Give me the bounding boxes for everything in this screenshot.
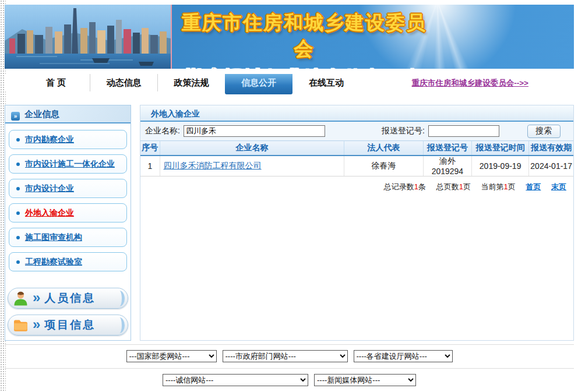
site-title: 重庆市住房和城乡建设委员会 <box>172 10 436 62</box>
news-media-sites-select[interactable]: ----新闻媒体网站--- <box>314 374 416 386</box>
arrow-badge-icon: » <box>11 112 20 121</box>
total-records: 总记录数1条 <box>384 182 426 191</box>
cell-reg-no: 渝外2019294 <box>423 156 471 176</box>
provincial-construction-sites-select[interactable]: ----各省建设厅网站--- <box>354 350 453 362</box>
person-icon <box>13 291 29 306</box>
tab-info-disclosure[interactable]: 信息公开 <box>225 74 292 94</box>
folder-icon <box>13 318 29 333</box>
total-records-count: 1 <box>414 182 418 191</box>
sidebar-title: 企业信息 <box>24 109 59 119</box>
sidebar-item-survey-laboratories[interactable]: 工程勘察试验室 <box>9 252 127 271</box>
site-banner: 重庆市住房和城乡建设委员会 勘察设计行业综合信息平台 <box>5 5 574 69</box>
credit-sites-select[interactable]: ----诚信网站--- <box>163 374 308 386</box>
col-header-legal-rep: 法人代表 <box>344 141 423 156</box>
content-area: »企业信息 市内勘察企业 市内设计施工一体化企业 市内设计企业 外地入渝企业 <box>5 105 574 341</box>
current-page-number: 1 <box>504 182 508 191</box>
sidebar-item-label: 施工图审查机构 <box>25 232 82 243</box>
sidebar-item-label: 外地入渝企业 <box>25 208 74 218</box>
first-page-link[interactable]: 首页 <box>526 182 541 191</box>
table-row: 1 四川多禾消防工程有限公司 徐春海 渝外2019294 2019-09-19 … <box>140 156 573 176</box>
personnel-info-label: 人员信息 <box>44 291 96 306</box>
cell-company: 四川多禾消防工程有限公司 <box>160 156 344 176</box>
sidebar-item-label: 市内设计企业 <box>25 183 74 194</box>
bullet-icon <box>16 187 20 190</box>
section-title: 外地入渝企业 <box>140 105 573 122</box>
pagination: 总记录数1条 总页数1页 当前第1页 首页 末页 <box>140 176 573 192</box>
tab-news[interactable]: 动态信息 <box>90 74 157 91</box>
footer-links-row-1: ---国家部委网站--- ----市政府部门网站--- ----各省建设厅网站-… <box>5 344 574 368</box>
col-header-reg-no: 报送登记号 <box>423 141 471 156</box>
col-header-seq: 序号 <box>140 141 160 156</box>
results-table: 序号 企业名称 法人代表 报送登记号 报送登记时间 报送有效期 1 四川多禾消防… <box>140 140 573 176</box>
total-pages: 总页数1页 <box>436 182 471 191</box>
cell-reg-date: 2019-09-19 <box>472 156 529 176</box>
current-page: 当前第1页 <box>481 182 516 191</box>
col-header-valid-until: 报送有效期 <box>529 141 573 156</box>
crescent-decoration <box>114 317 125 333</box>
project-info-label: 项目信息 <box>44 317 96 333</box>
main-nav: 首 页 动态信息 政策法规 信息公开 在线互动 重庆市住房和城乡建设委员会-->… <box>5 74 574 91</box>
cell-seq: 1 <box>140 156 160 176</box>
project-info-button[interactable]: » 项目信息 <box>8 315 128 336</box>
double-chevron-icon: » <box>33 316 40 333</box>
platform-title: 勘察设计行业综合信息平台 <box>172 66 436 69</box>
total-pages-count: 1 <box>459 182 463 191</box>
sidebar-item-label: 工程勘察试验室 <box>25 257 82 267</box>
footer-links-row-2: ----诚信网站--- ----新闻媒体网站--- <box>5 368 574 392</box>
page: 重庆市住房和城乡建设委员会 勘察设计行业综合信息平台 首 页 动态信息 政策法规… <box>5 0 574 392</box>
main-panel: 外地入渝企业 企业名称: 报送登记号: 搜索 序号 企业名称 法人代表 报送登记… <box>140 105 574 341</box>
bullet-icon <box>16 163 20 166</box>
tab-home[interactable]: 首 页 <box>22 74 90 91</box>
company-name-label: 企业名称: <box>145 126 180 136</box>
bullet-icon <box>16 236 20 239</box>
sidebar-enterprise-info: »企业信息 市内勘察企业 市内设计施工一体化企业 市内设计企业 外地入渝企业 <box>5 105 131 341</box>
personnel-info-button[interactable]: » 人员信息 <box>8 288 128 309</box>
bullet-icon <box>16 211 20 215</box>
committee-site-link[interactable]: 重庆市住房和城乡建设委员会-->> <box>412 78 528 89</box>
sidebar-item-drawing-review-agencies[interactable]: 施工图审查机构 <box>9 228 127 247</box>
bullet-icon <box>16 260 20 264</box>
col-header-company: 企业名称 <box>160 141 344 156</box>
national-ministry-sites-select[interactable]: ---国家部委网站--- <box>126 350 217 362</box>
reg-no-label: 报送登记号: <box>382 126 425 136</box>
cell-legal-rep: 徐春海 <box>344 156 423 176</box>
double-chevron-icon: » <box>33 289 40 306</box>
tab-policies[interactable]: 政策法规 <box>157 74 225 91</box>
tab-online-interaction[interactable]: 在线互动 <box>292 74 360 91</box>
sidebar-item-city-survey-enterprises[interactable]: 市内勘察企业 <box>9 130 127 149</box>
banner-titles: 重庆市住房和城乡建设委员会 勘察设计行业综合信息平台 <box>172 5 436 69</box>
sidebar-items: 市内勘察企业 市内设计施工一体化企业 市内设计企业 外地入渝企业 施工图审查机构 <box>5 123 131 271</box>
table-header-row: 序号 企业名称 法人代表 报送登记号 报送登记时间 报送有效期 <box>140 141 573 156</box>
company-name-input[interactable] <box>184 125 325 137</box>
city-government-sites-select[interactable]: ----市政府部门网站--- <box>223 350 348 362</box>
sidebar-item-design-build-enterprises[interactable]: 市内设计施工一体化企业 <box>9 154 127 174</box>
crescent-decoration <box>114 291 125 306</box>
bullet-icon <box>16 138 20 142</box>
sidebar-item-city-design-enterprises[interactable]: 市内设计企业 <box>9 179 127 198</box>
search-button[interactable]: 搜索 <box>527 125 561 138</box>
last-page-link[interactable]: 末页 <box>551 182 566 191</box>
sidebar-header: »企业信息 <box>5 105 131 123</box>
search-form: 企业名称: 报送登记号: 搜索 <box>140 122 573 140</box>
sidebar-item-label: 市内设计施工一体化企业 <box>25 159 115 169</box>
col-header-reg-date: 报送登记时间 <box>472 141 529 156</box>
company-link[interactable]: 四川多禾消防工程有限公司 <box>164 161 262 170</box>
cell-valid-until: 2024-01-17 <box>529 156 573 176</box>
reg-no-input[interactable] <box>428 125 499 137</box>
sidebar-item-label: 市内勘察企业 <box>25 135 74 145</box>
sidebar-item-out-of-town-enterprises[interactable]: 外地入渝企业 <box>9 203 127 223</box>
